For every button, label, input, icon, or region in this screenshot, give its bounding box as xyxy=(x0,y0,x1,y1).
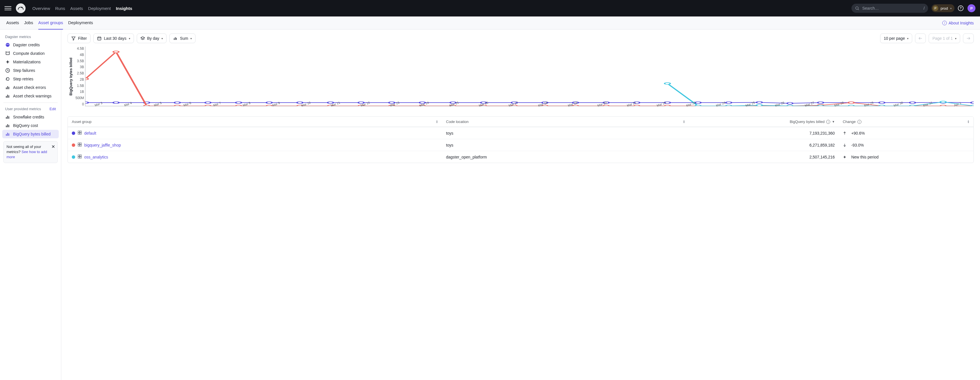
arrow-right-icon xyxy=(966,36,970,41)
nav-runs[interactable]: Runs xyxy=(55,6,65,11)
search-input[interactable] xyxy=(862,6,921,11)
svg-point-41 xyxy=(266,102,272,104)
nav-insights[interactable]: Insights xyxy=(116,6,132,11)
sidebar-item[interactable]: Step retries xyxy=(2,75,59,83)
nav-overview[interactable]: Overview xyxy=(32,6,50,11)
svg-rect-23 xyxy=(8,134,9,136)
tab-jobs[interactable]: Jobs xyxy=(24,16,33,30)
sidebar-item[interactable]: Compute duration xyxy=(2,49,59,57)
svg-line-3 xyxy=(858,9,859,10)
svg-point-103 xyxy=(910,105,915,106)
chevron-down-icon: ▾ xyxy=(907,37,908,40)
close-icon[interactable]: ✕ xyxy=(51,144,55,150)
svg-point-95 xyxy=(665,83,670,85)
date-range-button[interactable]: Last 30 days▾ xyxy=(93,34,134,43)
sidebar-item[interactable]: Step failures xyxy=(2,66,59,75)
stack-icon xyxy=(140,36,145,41)
series-color-dot xyxy=(72,144,75,147)
page-button[interactable]: Page 1 of 1▾ xyxy=(929,34,960,43)
cell-metric-value: 2,507,145,216 xyxy=(689,151,839,163)
user-avatar[interactable]: P xyxy=(967,4,975,12)
insight-table: Asset group ▲▼ Code location ▲▼ BigQuery… xyxy=(68,117,974,163)
sidebar-item-label: Snowflake credits xyxy=(13,115,44,119)
asset-group-icon xyxy=(78,154,82,160)
per-page-button[interactable]: 10 per page▾ xyxy=(880,34,912,43)
svg-rect-32 xyxy=(176,38,177,40)
cell-asset-group: default xyxy=(68,127,442,139)
sidebar-item-label: Step failures xyxy=(13,68,35,73)
sidebar-item-label: Dagster credits xyxy=(13,43,40,47)
col-code-location[interactable]: Code location ▲▼ xyxy=(442,117,689,127)
tab-deployments[interactable]: Deployments xyxy=(68,16,93,30)
tab-assets[interactable]: Assets xyxy=(6,16,19,30)
sidebar-item[interactable]: Dagster credits xyxy=(2,41,59,49)
svg-rect-21 xyxy=(6,134,6,136)
bars-icon xyxy=(5,131,10,137)
svg-rect-107 xyxy=(80,131,81,133)
clock-down-icon xyxy=(5,51,10,56)
app-logo[interactable] xyxy=(16,3,25,13)
cell-change: -93.0% xyxy=(839,139,974,151)
search-shortcut: / xyxy=(924,6,925,11)
svg-point-2 xyxy=(856,7,858,10)
prev-page-button[interactable] xyxy=(915,34,926,43)
svg-point-66 xyxy=(113,51,119,53)
asset-group-link[interactable]: default xyxy=(84,131,96,136)
search-box[interactable]: / xyxy=(851,4,928,13)
svg-rect-18 xyxy=(6,126,6,127)
bars-icon xyxy=(5,115,10,120)
aggregation-button[interactable]: Sum▾ xyxy=(169,34,196,43)
svg-rect-31 xyxy=(175,37,176,40)
workspace-label: prod xyxy=(940,6,948,11)
sidebar-item[interactable]: Materializations xyxy=(2,57,59,66)
nav-deployment[interactable]: Deployment xyxy=(88,6,111,11)
help-icon[interactable]: ? xyxy=(958,5,964,11)
filter-button[interactable]: Filter xyxy=(68,34,91,43)
svg-point-97 xyxy=(726,105,732,106)
cell-metric-value: 7,193,231,360 xyxy=(689,127,839,139)
about-insights-link[interactable]: i About Insights xyxy=(942,21,974,25)
col-metric[interactable]: BigQuery bytes billed i ▼ xyxy=(689,117,839,127)
svg-rect-117 xyxy=(80,155,81,156)
tab-asset-groups[interactable]: Asset groups xyxy=(38,16,63,30)
next-page-button[interactable] xyxy=(963,34,974,43)
table-row: oss_analyticsdagster_open_platform2,507,… xyxy=(68,151,974,163)
svg-rect-114 xyxy=(80,145,81,146)
svg-point-38 xyxy=(175,102,180,104)
col-asset-group[interactable]: Asset group ▲▼ xyxy=(68,117,442,127)
svg-rect-22 xyxy=(7,133,8,136)
table-row: bigquery_jaffle_shoptoys6,271,859,182-93… xyxy=(68,139,974,151)
chart: BigQuery bytes billed 4.5B4B3.5B3B2.5B2B… xyxy=(68,46,974,106)
nav-assets[interactable]: Assets xyxy=(70,6,83,11)
granularity-button[interactable]: By day▾ xyxy=(137,34,167,43)
col-change[interactable]: Change i ▲▼ xyxy=(839,117,974,127)
workspace-switcher[interactable]: P prod ▾ xyxy=(931,4,955,12)
chevron-down-icon: ▼ xyxy=(832,120,835,123)
sidebar-notice: ✕ Not seeing all of your metrics? See ho… xyxy=(3,141,57,163)
svg-point-64 xyxy=(971,102,974,104)
sidebar-item[interactable]: Asset check errors xyxy=(2,83,59,92)
svg-point-101 xyxy=(848,105,854,106)
svg-rect-106 xyxy=(78,131,80,133)
top-nav: Overview Runs Assets Deployment Insights xyxy=(32,6,132,11)
svg-point-39 xyxy=(205,102,211,104)
sidebar-item[interactable]: BigQuery cost xyxy=(2,121,59,130)
svg-point-61 xyxy=(879,102,885,104)
filter-icon xyxy=(71,36,76,41)
asset-group-link[interactable]: oss_analytics xyxy=(84,155,108,159)
sidebar-item[interactable]: Snowflake credits xyxy=(2,113,59,121)
asset-group-link[interactable]: bigquery_jaffle_shop xyxy=(84,143,121,147)
svg-point-96 xyxy=(695,105,701,106)
asset-group-icon xyxy=(78,130,82,136)
chart-plot[interactable] xyxy=(85,46,974,106)
sidebar-item[interactable]: BigQuery bytes billed xyxy=(2,130,59,138)
calendar-icon xyxy=(97,36,102,41)
hamburger-menu-icon[interactable] xyxy=(5,5,11,12)
sidebar-item[interactable]: Asset check warnings xyxy=(2,92,59,100)
svg-rect-9 xyxy=(6,88,6,89)
svg-rect-116 xyxy=(78,155,80,156)
sidebar-edit-link[interactable]: Edit xyxy=(50,107,56,111)
sidebar-section-dagster: Dagster metrics xyxy=(2,33,59,41)
asset-group-icon xyxy=(78,142,82,148)
insights-subnav: Assets Jobs Asset groups Deployments i A… xyxy=(0,16,980,30)
